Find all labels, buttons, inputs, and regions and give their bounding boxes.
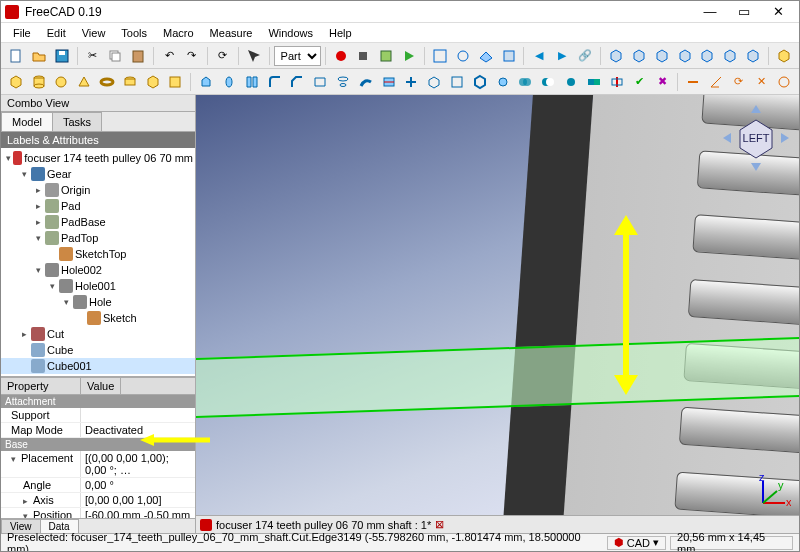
menu-view[interactable]: View bbox=[74, 25, 114, 41]
3d-view[interactable]: LEFT x z y focuser 174 teeth pulley 06 7… bbox=[196, 95, 799, 533]
refresh-icon[interactable]: ⟳ bbox=[212, 45, 234, 67]
part-primitives-icon[interactable] bbox=[142, 71, 164, 93]
doc-tab-close-icon[interactable]: ⊠ bbox=[435, 518, 444, 531]
measure-angular-icon[interactable] bbox=[705, 71, 727, 93]
link-icon[interactable]: 🔗 bbox=[574, 45, 596, 67]
new-file-icon[interactable] bbox=[5, 45, 27, 67]
copy-icon[interactable] bbox=[104, 45, 126, 67]
part-section-icon[interactable] bbox=[378, 71, 400, 93]
part-cone-icon[interactable] bbox=[73, 71, 95, 93]
tree-item-hole002[interactable]: ▾Hole002 bbox=[1, 262, 195, 278]
save-icon[interactable] bbox=[51, 45, 73, 67]
menu-tools[interactable]: Tools bbox=[113, 25, 155, 41]
part-tube-icon[interactable] bbox=[119, 71, 141, 93]
tree-item-pad[interactable]: ▸Pad bbox=[1, 198, 195, 214]
prop-row-map-mode[interactable]: Map ModeDeactivated bbox=[1, 423, 195, 438]
menu-windows[interactable]: Windows bbox=[260, 25, 321, 41]
tab-tasks[interactable]: Tasks bbox=[52, 112, 102, 131]
part-cut-icon[interactable] bbox=[537, 71, 559, 93]
part-chamfer-icon[interactable] bbox=[287, 71, 309, 93]
part-fillet-icon[interactable] bbox=[264, 71, 286, 93]
nav-left-icon[interactable]: ◀ bbox=[528, 45, 550, 67]
tree-item-focuser-174-teeth-pulley-06-70-mm[interactable]: ▾focuser 174 teeth pulley 06 70 mm bbox=[1, 150, 195, 166]
macro-list-icon[interactable] bbox=[375, 45, 397, 67]
document-tab[interactable]: focuser 174 teeth pulley 06 70 mm shaft … bbox=[216, 519, 431, 531]
navigation-cube[interactable]: LEFT bbox=[721, 103, 791, 173]
tree-item-sketch[interactable]: Sketch bbox=[1, 310, 195, 326]
tree-item-cube001[interactable]: Cube001 bbox=[1, 358, 195, 374]
prop-row-angle[interactable]: Angle0,00 ° bbox=[1, 478, 195, 493]
tab-model[interactable]: Model bbox=[1, 112, 53, 131]
part-split-icon[interactable] bbox=[606, 71, 628, 93]
part-union-icon[interactable] bbox=[515, 71, 537, 93]
part-extrude-icon[interactable] bbox=[195, 71, 217, 93]
prop-row-axis[interactable]: ▸Axis[0,00 0,00 1,00] bbox=[1, 493, 195, 508]
bottom-view-icon[interactable] bbox=[719, 45, 741, 67]
menu-help[interactable]: Help bbox=[321, 25, 360, 41]
part-join-icon[interactable] bbox=[583, 71, 605, 93]
part-sphere-icon[interactable] bbox=[51, 71, 73, 93]
minimize-button[interactable]: ― bbox=[693, 2, 727, 22]
macro-record-icon[interactable] bbox=[330, 45, 352, 67]
bounding-box-icon[interactable] bbox=[498, 45, 520, 67]
status-cad-mode[interactable]: ⬢ CAD ▾ bbox=[607, 536, 666, 550]
part-offset2d-icon[interactable] bbox=[446, 71, 468, 93]
measure-clear-icon[interactable]: ✕ bbox=[750, 71, 772, 93]
part-revolve-icon[interactable] bbox=[218, 71, 240, 93]
measure-toggle-icon[interactable] bbox=[773, 71, 795, 93]
menu-macro[interactable]: Macro bbox=[155, 25, 202, 41]
left-view-icon[interactable] bbox=[742, 45, 764, 67]
top-view-icon[interactable] bbox=[651, 45, 673, 67]
iso-view-icon[interactable] bbox=[605, 45, 627, 67]
part-check-icon[interactable]: ✔ bbox=[629, 71, 651, 93]
measure-icon[interactable] bbox=[773, 45, 795, 67]
paste-icon[interactable] bbox=[127, 45, 149, 67]
tree-item-sketchtop[interactable]: SketchTop bbox=[1, 246, 195, 262]
part-loft-icon[interactable] bbox=[332, 71, 354, 93]
undo-icon[interactable]: ↶ bbox=[158, 45, 180, 67]
menu-file[interactable]: File bbox=[5, 25, 39, 41]
draw-style-icon[interactable] bbox=[475, 45, 497, 67]
tree-item-origin[interactable]: ▸Origin bbox=[1, 182, 195, 198]
cut-icon[interactable]: ✂ bbox=[82, 45, 104, 67]
macro-play-icon[interactable] bbox=[398, 45, 420, 67]
redo-icon[interactable]: ↷ bbox=[181, 45, 203, 67]
part-cylinder-icon[interactable] bbox=[28, 71, 50, 93]
fit-selection-icon[interactable] bbox=[452, 45, 474, 67]
menu-edit[interactable]: Edit bbox=[39, 25, 74, 41]
part-projection-icon[interactable] bbox=[492, 71, 514, 93]
close-button[interactable]: ✕ bbox=[761, 2, 795, 22]
part-builder-icon[interactable] bbox=[165, 71, 187, 93]
workbench-select[interactable]: Part bbox=[274, 46, 321, 66]
part-common-icon[interactable] bbox=[560, 71, 582, 93]
part-ruled-icon[interactable] bbox=[309, 71, 331, 93]
part-thickness-icon[interactable] bbox=[469, 71, 491, 93]
rear-view-icon[interactable] bbox=[696, 45, 718, 67]
prop-row-placement[interactable]: ▾Placement[(0,00 0,00 1,00); 0,00 °; … bbox=[1, 451, 195, 478]
part-torus-icon[interactable] bbox=[96, 71, 118, 93]
model-tree[interactable]: ▾focuser 174 teeth pulley 06 70 mm▾Gear▸… bbox=[1, 148, 195, 377]
measure-refresh-icon[interactable]: ⟳ bbox=[728, 71, 750, 93]
open-file-icon[interactable] bbox=[28, 45, 50, 67]
whatsthis-icon[interactable] bbox=[243, 45, 265, 67]
part-cube-icon[interactable] bbox=[5, 71, 27, 93]
tree-item-hole001[interactable]: ▾Hole001 bbox=[1, 278, 195, 294]
part-offset3d-icon[interactable] bbox=[423, 71, 445, 93]
tree-item-hole[interactable]: ▾Hole bbox=[1, 294, 195, 310]
nav-right-icon[interactable]: ▶ bbox=[551, 45, 573, 67]
prop-row-support[interactable]: Support bbox=[1, 408, 195, 423]
fit-all-icon[interactable] bbox=[429, 45, 451, 67]
part-mirror-icon[interactable] bbox=[241, 71, 263, 93]
part-cross-icon[interactable] bbox=[401, 71, 423, 93]
measure-linear-icon[interactable] bbox=[682, 71, 704, 93]
macro-stop-icon[interactable] bbox=[352, 45, 374, 67]
tree-item-padbase[interactable]: ▸PadBase bbox=[1, 214, 195, 230]
tree-item-cube[interactable]: Cube bbox=[1, 342, 195, 358]
prop-row-position[interactable]: ▾Position[-60,00 mm -0,50 mm … bbox=[1, 508, 195, 518]
tree-item-cut[interactable]: ▸Cut bbox=[1, 326, 195, 342]
front-view-icon[interactable] bbox=[628, 45, 650, 67]
part-sweep-icon[interactable] bbox=[355, 71, 377, 93]
menu-measure[interactable]: Measure bbox=[202, 25, 261, 41]
part-defeature-icon[interactable]: ✖ bbox=[651, 71, 673, 93]
tree-item-padtop[interactable]: ▾PadTop bbox=[1, 230, 195, 246]
